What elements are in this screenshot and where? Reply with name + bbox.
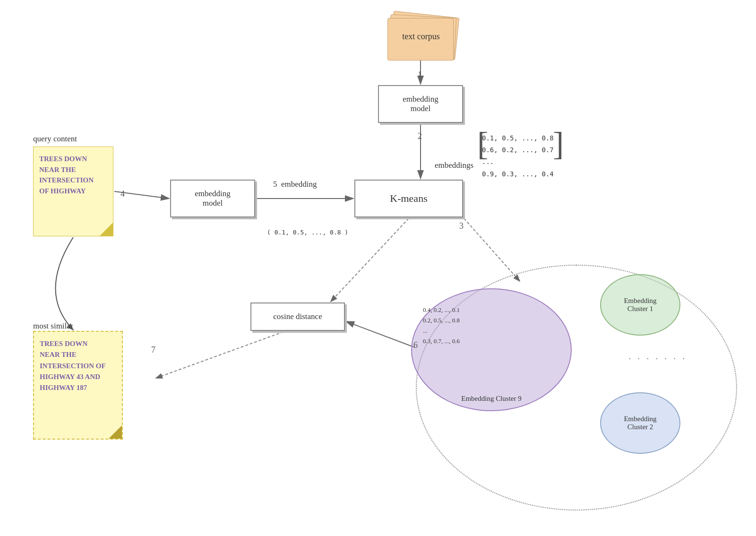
query-note: TREES DOWNNEAR THEINTERSECTIONOF HIGHWAY: [33, 147, 113, 236]
embedding-model-mid-label: embeddingmodel: [195, 189, 231, 208]
c9-row-1: 0.4, 0.2, ..., 0.1: [423, 305, 460, 315]
cluster-1-label: EmbeddingCluster 1: [624, 297, 656, 313]
step-3: 3: [459, 221, 464, 231]
step-4: 4: [120, 189, 125, 199]
svg-line-7: [346, 321, 415, 347]
embedding-model-mid: embeddingmodel: [170, 180, 255, 217]
step-1: 1: [418, 70, 422, 80]
cluster-9-label: Embedding Cluster 9: [461, 395, 522, 403]
step-2: 2: [418, 131, 422, 141]
cluster-2-label: EmbeddingCluster 2: [624, 415, 656, 431]
embedding-model-top-label: embeddingmodel: [403, 95, 438, 113]
step-6: 6: [413, 340, 418, 350]
most-similar-label: most similar: [33, 321, 73, 331]
matrix-row-4: 0.9, 0.3, ..., 0.4: [482, 168, 554, 180]
embeddings-matrix: 0.1, 0.5, ..., 0.8 0.6, 0.2, ..., 0.7 ..…: [482, 132, 554, 180]
diagram-container: text corpus 1 embeddingmodel 2 embedding…: [0, 0, 756, 536]
matrix-bracket-right: ]: [553, 128, 564, 161]
matrix-row-2: 0.6, 0.2, ..., 0.7: [482, 144, 554, 156]
step-5-num: 5: [273, 180, 277, 189]
cluster-2: EmbeddingCluster 2: [600, 392, 680, 454]
matrix-row-1: 0.1, 0.5, ..., 0.8: [482, 132, 554, 144]
query-text: TREES DOWNNEAR THEINTERSECTIONOF HIGHWAY: [39, 155, 94, 195]
small-vector-text: ( 0.1, 0.5, ..., 0.8 ): [267, 229, 348, 236]
kmeans-label: K-means: [390, 192, 427, 205]
matrix-row-3: ...: [482, 156, 554, 168]
kmeans-box: K-means: [354, 180, 463, 217]
svg-line-8: [156, 332, 284, 378]
result-note: TREES DOWNNEAR THEINTERSECTION OFHIGHWAY…: [33, 331, 123, 440]
dots-clusters: . . . . . . .: [628, 350, 687, 362]
result-text: TREES DOWNNEAR THEINTERSECTION OFHIGHWAY…: [40, 340, 106, 391]
query-content-label: query content: [33, 134, 77, 144]
c9-row-4: 0.3, 0.7, ..., 0.6: [423, 336, 460, 346]
cluster-1: EmbeddingCluster 1: [600, 274, 680, 336]
corpus-page-front: text corpus: [387, 18, 454, 61]
cosine-label: cosine distance: [273, 312, 322, 321]
c9-row-2: 0.2, 0.5, ..., 0.8: [423, 315, 460, 326]
small-vector: ( 0.1, 0.5, ..., 0.8 ): [267, 229, 348, 236]
embedding-model-top: embeddingmodel: [378, 85, 463, 123]
svg-line-9: [464, 218, 520, 281]
step-7: 7: [151, 345, 155, 355]
embedding-label-step5: 5 embedding: [273, 180, 317, 189]
text-corpus-label: text corpus: [388, 32, 454, 42]
embeddings-label: embeddings: [435, 161, 473, 170]
c9-row-3: ...: [423, 326, 460, 336]
cosine-box: cosine distance: [250, 303, 345, 331]
cluster-9-matrix: 0.4, 0.2, ..., 0.1 0.2, 0.5, ..., 0.8 ..…: [423, 305, 460, 346]
